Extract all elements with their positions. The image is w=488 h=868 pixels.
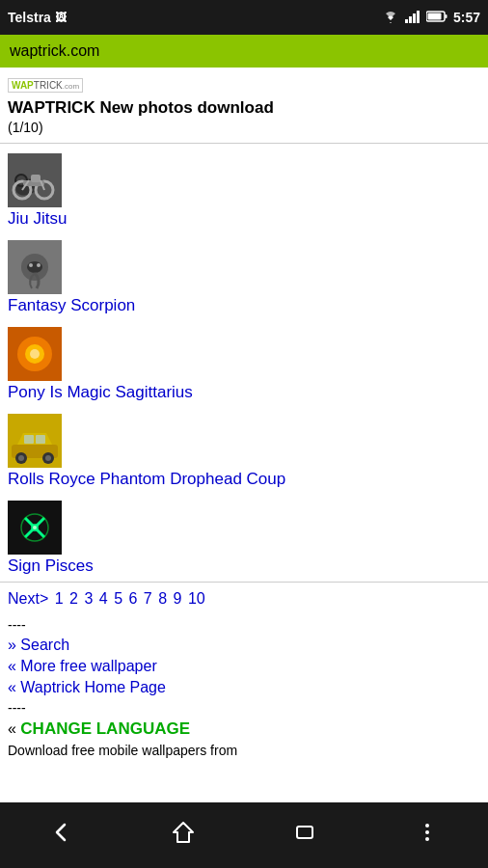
page-1-link[interactable]: 1 [55, 590, 64, 607]
page-5-link[interactable]: 5 [114, 590, 122, 607]
svg-marker-40 [174, 823, 193, 842]
svg-point-30 [18, 455, 24, 461]
more-icon [414, 819, 441, 852]
page-title: WAPTRICK New photos download [0, 96, 488, 120]
svg-rect-32 [24, 435, 34, 444]
battery-icon [426, 10, 447, 25]
pony-link[interactable]: Pony Is Magic Sagittarius [8, 383, 480, 402]
carrier-name: Telstra [8, 10, 51, 25]
svg-point-21 [37, 263, 41, 267]
carrier-label: Telstra 🖼 [8, 10, 67, 25]
page-10-link[interactable]: 10 [188, 590, 205, 607]
svg-point-20 [29, 263, 33, 267]
svg-point-25 [30, 349, 40, 359]
svg-rect-0 [405, 19, 408, 23]
status-bar: Telstra 🖼 5:57 [0, 0, 488, 35]
page-4-link[interactable]: 4 [99, 590, 108, 607]
fantasy-scorpion-link[interactable]: Fantasy Scorpion [8, 296, 480, 315]
more-button[interactable] [403, 811, 451, 859]
list-item: Fantasy Scorpion [0, 234, 488, 321]
content-area: WAPTRICK.com WAPTRICK New photos downloa… [0, 68, 488, 802]
svg-point-44 [425, 837, 429, 841]
back-icon [47, 819, 74, 852]
svg-rect-41 [297, 827, 312, 838]
top-divider [0, 143, 488, 144]
waptrick-home-link[interactable]: « Waptrick Home Page [8, 677, 480, 698]
status-right: 5:57 [382, 10, 480, 26]
thumbnail-pisces [8, 501, 62, 555]
list-item: Jiu Jitsu [0, 148, 488, 234]
recents-icon [291, 819, 318, 852]
change-lang-prefix: « [8, 720, 20, 737]
svg-point-31 [45, 455, 51, 461]
wifi-icon [382, 10, 399, 26]
page-2-link[interactable]: 2 [69, 590, 78, 607]
svg-rect-2 [413, 14, 416, 23]
svg-rect-3 [417, 11, 420, 23]
time-label: 5:57 [453, 10, 480, 25]
thumbnail-pony [8, 327, 62, 381]
logo-text: WAPTRICK.com [8, 78, 83, 93]
footer-description: Download free mobile wallpapers from [8, 741, 480, 760]
divider-text-2: ---- [8, 698, 480, 718]
svg-rect-1 [409, 16, 412, 23]
page-7-link[interactable]: 7 [144, 590, 152, 607]
svg-rect-6 [427, 14, 441, 20]
thumbnail-scorpion [8, 240, 62, 294]
address-bar[interactable]: waptrick.com [0, 35, 488, 68]
recents-button[interactable] [281, 811, 329, 859]
home-button[interactable] [159, 811, 207, 859]
svg-rect-33 [36, 435, 45, 444]
footer-links: ---- » Search « More free wallpaper « Wa… [0, 611, 488, 764]
divider-text-1: ---- [8, 615, 480, 635]
list-item: Rolls Royce Phantom Drophead Coup [0, 408, 488, 495]
svg-point-43 [425, 830, 429, 834]
change-language-link[interactable]: CHANGE LANGUAGE [20, 719, 190, 738]
sign-pisces-link[interactable]: Sign Pisces [8, 556, 480, 576]
home-icon [170, 819, 197, 852]
page-6-link[interactable]: 6 [129, 590, 138, 607]
logo-area: WAPTRICK.com [0, 71, 488, 96]
thumbnail-rolls [8, 414, 62, 468]
jiu-jitsu-link[interactable]: Jiu Jitsu [8, 209, 480, 229]
thumbnail-jiu-jitsu [8, 153, 62, 207]
page-subtitle: (1/10) [0, 120, 488, 139]
next-link[interactable]: Next> [8, 590, 48, 607]
page-9-link[interactable]: 9 [174, 590, 182, 607]
carrier-icon: 🖼 [55, 11, 67, 24]
more-wallpaper-link[interactable]: « More free wallpaper [8, 656, 480, 677]
signal-icon [405, 10, 420, 26]
svg-rect-5 [445, 14, 447, 18]
rolls-royce-link[interactable]: Rolls Royce Phantom Drophead Coup [8, 470, 480, 489]
url-text: waptrick.com [10, 42, 99, 59]
pagination: Next> 1 2 3 4 5 6 7 8 9 10 [0, 582, 488, 611]
svg-point-39 [33, 526, 37, 529]
page-8-link[interactable]: 8 [158, 590, 167, 607]
svg-rect-14 [31, 175, 41, 182]
svg-point-42 [425, 824, 429, 827]
search-link[interactable]: » Search [8, 635, 480, 656]
list-item: Pony Is Magic Sagittarius [0, 321, 488, 408]
page-3-link[interactable]: 3 [84, 590, 93, 607]
list-item: Sign Pisces [0, 495, 488, 582]
back-button[interactable] [37, 811, 85, 859]
svg-point-19 [27, 261, 42, 273]
nav-bar [0, 802, 488, 868]
